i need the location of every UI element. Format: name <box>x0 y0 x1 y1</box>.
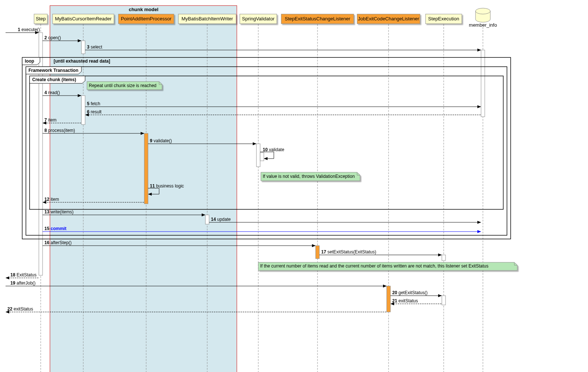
svg-text:StepExitStatusChangeListener: StepExitStatusChangeListener <box>285 16 350 21</box>
activation-validator <box>256 144 260 167</box>
activation-db <box>481 50 485 117</box>
note-validation: If value is not valid, throws Validation… <box>261 172 360 181</box>
msg-1-text: 1 execute() <box>18 27 40 32</box>
msg-21-text: 21 exitStatus <box>392 298 418 303</box>
note-repeat: Repeat until chunk size is reached <box>87 82 162 90</box>
activation-stepexec-1 <box>442 255 446 260</box>
activation-validator-self <box>260 153 264 161</box>
msg-5-text: 5 fetch <box>87 101 100 106</box>
activation-stepexec-2 <box>442 296 446 305</box>
activation-joblistener <box>387 286 390 312</box>
participant-reader: MyBatisCursorItemReader <box>53 14 114 24</box>
svg-text:JobExitCodeChangeListener: JobExitCodeChangeListener <box>358 16 419 21</box>
frame-loop-guard: [until exhausted read data] <box>54 59 110 64</box>
svg-text:If the current number of items: If the current number of items read and … <box>260 263 488 269</box>
msg-18-text: 18 ExitStatus <box>10 272 37 278</box>
activation-steplistener <box>316 246 319 259</box>
participant-step: Step <box>34 14 47 24</box>
chunk-model-title: chunk model <box>129 7 158 12</box>
msg-10-text: 10 validate <box>263 147 284 152</box>
svg-text:MyBatisCursorItemReader: MyBatisCursorItemReader <box>55 16 112 21</box>
msg-2-text: 2 open() <box>44 35 61 40</box>
msg-22-text: 22 exitStatus <box>7 306 33 312</box>
note-listener: If the current number of items read and … <box>258 262 517 270</box>
msg-16-text: 16 afterStep() <box>44 240 71 245</box>
participant-joblistener: JobExitCodeChangeListener <box>357 14 420 24</box>
msg-7-text: 7 item <box>44 117 57 123</box>
msg-19-text: 19 afterJob() <box>10 280 36 286</box>
svg-text:member_info: member_info <box>469 22 497 28</box>
svg-text:PointAddItemProcessor: PointAddItemProcessor <box>121 16 172 21</box>
frame-transaction-label: Framework Transaction <box>28 68 78 73</box>
msg-9-text: 9 validate() <box>150 138 172 143</box>
msg-20-text: 20 getExitStatus() <box>392 290 427 295</box>
participant-steplistener: StepExitStatusChangeListener <box>281 14 354 24</box>
svg-text:MyBatisBatchItemWriter: MyBatisBatchItemWriter <box>181 16 233 21</box>
activation-reader-read <box>81 96 85 124</box>
svg-text:Step: Step <box>36 16 46 21</box>
participant-validator: SpringValidator <box>240 14 277 24</box>
msg-8-text: 8 process(item) <box>44 128 75 133</box>
participant-stepexec: StepExecution <box>426 14 462 24</box>
svg-text:If value is not valid, throws : If value is not valid, throws Validation… <box>263 174 355 179</box>
activation-reader-open <box>81 41 85 54</box>
msg-12-text: 12 item <box>44 197 59 202</box>
svg-text:StepExecution: StepExecution <box>428 16 459 21</box>
svg-text:SpringValidator: SpringValidator <box>242 16 275 21</box>
msg-17-text: 17 setExitStatus(ExitStatus) <box>321 249 376 255</box>
activation-writer <box>205 215 209 224</box>
msg-3-text: 3 select <box>87 44 103 50</box>
participant-db: member_info <box>469 8 497 28</box>
activation-processor <box>144 133 148 204</box>
sequence-diagram: chunk model Step MyBatisCursorItemReader… <box>4 4 588 372</box>
svg-text:Repeat until chunk size is rea: Repeat until chunk size is reached <box>89 83 157 88</box>
participant-processor: PointAddItemProcessor <box>118 14 174 24</box>
msg-11-text: 11 business logic <box>150 183 184 189</box>
msg-6-text: 6 result <box>87 109 102 114</box>
frame-chunk-label: Create chunk (items) <box>32 77 76 82</box>
msg-15-text: 15 commit <box>44 226 66 231</box>
frame-loop-label: loop <box>25 59 34 64</box>
participant-writer: MyBatisBatchItemWriter <box>178 14 236 24</box>
msg-14-text: 14 update <box>211 217 231 222</box>
msg-4-text: 4 read() <box>44 90 60 95</box>
msg-13-text: 13 write(items) <box>44 209 74 215</box>
